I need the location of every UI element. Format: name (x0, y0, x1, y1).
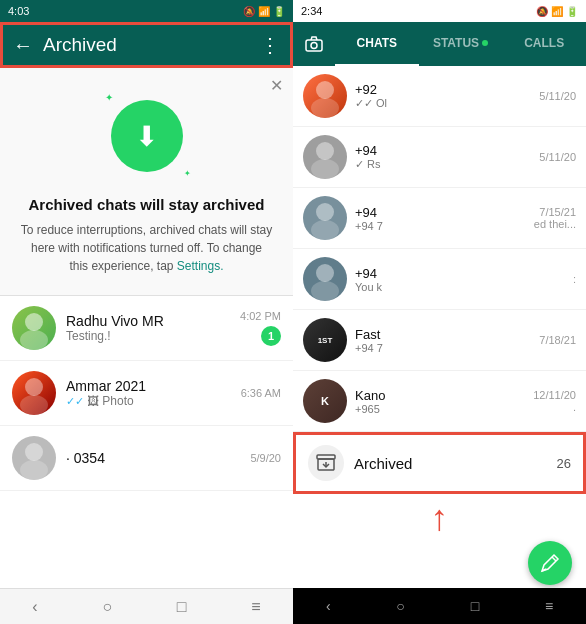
right-chat-item-4[interactable]: +94 You k : (293, 249, 586, 310)
right-chat-sub-2: ✓ Rs (355, 158, 531, 171)
right-chat-time-1: 5/11/20 (539, 90, 576, 102)
archived-bar[interactable]: Archived 26 (293, 432, 586, 494)
tab-chats[interactable]: CHATS (335, 22, 419, 66)
chat-preview-radhu: Testing.! (66, 329, 230, 343)
archive-icon-circle: ⬇ (111, 100, 183, 172)
chat-info-ammar: Ammar 2021 ✓✓ 🖼 Photo (66, 378, 231, 408)
right-chat-item-3[interactable]: +94 +94 7 7/15/21 ed thei... (293, 188, 586, 249)
right-chat-name-1: +92 (355, 82, 531, 97)
camera-tab[interactable] (293, 22, 335, 66)
close-button[interactable]: ✕ (270, 76, 283, 95)
tab-calls[interactable]: CALLS (502, 22, 586, 66)
nav-home-left[interactable]: ○ (102, 598, 112, 616)
nav-square-left[interactable]: □ (177, 598, 187, 616)
chat-meta-radhu: 4:02 PM 1 (240, 310, 281, 346)
right-chat-item-6[interactable]: K Kano +965 12/11/20 . (293, 371, 586, 432)
chat-name-radhu: Radhu Vivo MR (66, 313, 230, 329)
nav-back-left[interactable]: ‹ (32, 598, 37, 616)
nav-menu-left[interactable]: ≡ (251, 598, 260, 616)
tab-status[interactable]: STATUS (419, 22, 503, 66)
chat-info-0354: · 0354 (66, 450, 240, 466)
chat-meta-0354: 5/9/20 (250, 452, 281, 464)
settings-link[interactable]: Settings. (177, 259, 224, 273)
avatar-right-3 (303, 196, 347, 240)
right-chat-item-1[interactable]: +92 ✓✓ Ol 5/11/20 (293, 66, 586, 127)
svg-point-1 (20, 330, 48, 350)
unread-badge-radhu: 1 (261, 326, 281, 346)
right-panel: 2:34 🔕 📶 🔋 CHATS STATUS CALLS (293, 0, 586, 624)
status-dot (482, 40, 488, 46)
chat-preview-ammar: ✓✓ 🖼 Photo (66, 394, 231, 408)
right-chat-info-2: +94 ✓ Rs (355, 143, 531, 171)
status-bar-right: 2:34 🔕 📶 🔋 (293, 0, 586, 22)
right-chat-item-2[interactable]: +94 ✓ Rs 5/11/20 (293, 127, 586, 188)
nav-bar-right: ‹ ○ □ ≡ (293, 588, 586, 624)
archived-label: Archived (354, 455, 547, 472)
info-box: ✕ ✦ ⬇ ✦ Archived chats will stay archive… (0, 68, 293, 296)
right-chat-name-6: Kano (355, 388, 525, 403)
right-chat-list: +92 ✓✓ Ol 5/11/20 +94 ✓ Rs 5/11/20 (293, 66, 586, 432)
right-chat-time-3: 7/15/21 (539, 206, 576, 218)
right-chat-info-3: +94 +94 7 (355, 205, 526, 232)
right-chat-info-6: Kano +965 (355, 388, 525, 415)
right-chat-sub-5: +94 7 (355, 342, 531, 354)
svg-line-19 (552, 557, 556, 561)
svg-point-15 (311, 281, 339, 301)
right-chat-name-2: +94 (355, 143, 531, 158)
svg-point-9 (311, 98, 339, 118)
right-chat-sub-1: ✓✓ Ol (355, 97, 531, 110)
nav-menu-right[interactable]: ≡ (545, 598, 553, 614)
svg-point-13 (311, 220, 339, 240)
right-chat-meta-1: 5/11/20 (539, 90, 576, 102)
right-chat-name-3: +94 (355, 205, 526, 220)
compose-button[interactable] (528, 541, 572, 585)
info-desc: To reduce interruptions, archived chats … (20, 221, 273, 275)
svg-point-7 (311, 43, 317, 49)
svg-point-0 (25, 313, 43, 331)
avatar-0354 (12, 436, 56, 480)
svg-rect-6 (306, 40, 322, 51)
fab-area (293, 538, 586, 588)
right-chat-meta-4: : (573, 273, 576, 285)
right-chat-meta-5: 7/18/21 (539, 334, 576, 346)
top-tabs: CHATS STATUS CALLS (293, 22, 586, 66)
top-bar-left: ← Archived ⋮ (0, 22, 293, 68)
right-chat-info-1: +92 ✓✓ Ol (355, 82, 531, 110)
right-chat-item-5[interactable]: 1ST Fast +94 7 7/18/21 (293, 310, 586, 371)
status-bar-left: 4:03 🔕 📶 🔋 (0, 0, 293, 22)
sparkle-icon-br: ✦ (153, 133, 161, 144)
status-icons-left: 🔕 📶 🔋 (243, 6, 285, 17)
chat-item-0354[interactable]: · 0354 5/9/20 (0, 426, 293, 491)
avatar-right-6: K (303, 379, 347, 423)
right-chat-sub-6: +965 (355, 403, 525, 415)
chat-time-radhu: 4:02 PM (240, 310, 281, 322)
arrow-container: ↑ (293, 494, 586, 538)
right-chat-time-5: 7/18/21 (539, 334, 576, 346)
avatar-ammar (12, 371, 56, 415)
left-panel: 4:03 🔕 📶 🔋 ← Archived ⋮ ✕ ✦ ⬇ ✦ Archived… (0, 0, 293, 624)
double-tick-ammar: ✓✓ (66, 395, 84, 408)
chat-item-ammar[interactable]: Ammar 2021 ✓✓ 🖼 Photo 6:36 AM (0, 361, 293, 426)
chat-name-ammar: Ammar 2021 (66, 378, 231, 394)
status-time-left: 4:03 (8, 5, 29, 17)
status-time-right: 2:34 (301, 5, 322, 17)
nav-back-right[interactable]: ‹ (326, 598, 331, 614)
right-chat-name-4: +94 (355, 266, 565, 281)
chat-time-0354: 5/9/20 (250, 452, 281, 464)
nav-home-right[interactable]: ○ (396, 598, 404, 614)
avatar-right-2 (303, 135, 347, 179)
more-options-icon[interactable]: ⋮ (260, 33, 280, 57)
chat-info-radhu: Radhu Vivo MR Testing.! (66, 313, 230, 343)
right-chat-name-5: Fast (355, 327, 531, 342)
right-chat-info-5: Fast +94 7 (355, 327, 531, 354)
svg-point-3 (20, 395, 48, 415)
nav-bar-left: ‹ ○ □ ≡ (0, 588, 293, 624)
chat-list-left: Radhu Vivo MR Testing.! 4:02 PM 1 Ammar … (0, 296, 293, 588)
svg-point-14 (316, 264, 334, 282)
nav-square-right[interactable]: □ (471, 598, 479, 614)
chat-item-radhu[interactable]: Radhu Vivo MR Testing.! 4:02 PM 1 (0, 296, 293, 361)
back-button[interactable]: ← (13, 34, 33, 57)
right-chat-meta-6: 12/11/20 . (533, 389, 576, 413)
svg-point-12 (316, 203, 334, 221)
chat-name-0354: · 0354 (66, 450, 240, 466)
